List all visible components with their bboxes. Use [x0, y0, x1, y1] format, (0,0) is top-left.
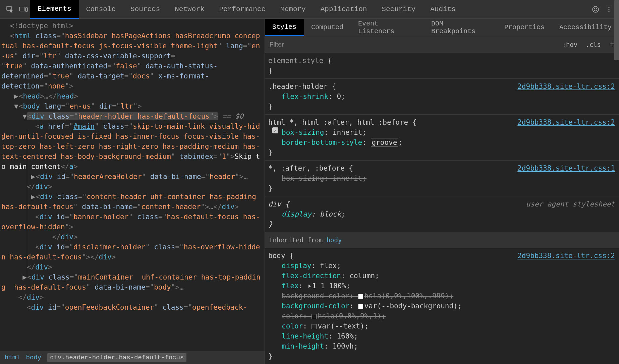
tab-elements[interactable]: Elements [30, 0, 79, 19]
tab-security[interactable]: Security [374, 0, 423, 19]
expand-icon[interactable] [308, 285, 311, 288]
tab-performance[interactable]: Performance [212, 0, 273, 19]
main-toolbar: Elements Console Sources Network Perform… [0, 0, 619, 19]
tab-memory[interactable]: Memory [273, 0, 313, 19]
breadcrumb: html body div.header-holder.has-default-… [0, 351, 265, 364]
rule-html-star[interactable]: 2d9bb338.site-ltr.css:2 html *, html :af… [265, 115, 619, 161]
inspect-icon[interactable] [3, 3, 17, 16]
main-area: … <!doctype html> <html class="hasSideba… [0, 19, 619, 364]
ua-stylesheet-label: user agent stylesheet [526, 199, 615, 209]
svg-point-3 [593, 6, 599, 12]
filter-row: :hov .cls [265, 36, 619, 53]
svg-point-8 [609, 11, 610, 12]
svg-rect-1 [19, 7, 25, 11]
tab-network[interactable]: Network [167, 0, 212, 19]
css-source-link[interactable]: 2d9bb338.site-ltr.css:2 [517, 251, 615, 261]
breadcrumb-html[interactable]: html [5, 354, 20, 361]
css-source-link[interactable]: 2d9bb338.site-ltr.css:2 [517, 81, 615, 92]
subtab-dom-breakpoints[interactable]: DOM Breakpoints [424, 19, 497, 36]
rule-body[interactable]: 2d9bb338.site-ltr.css:2 body { display: … [265, 248, 619, 364]
color-swatch[interactable] [358, 304, 363, 309]
rule-header-holder[interactable]: 2d9bb338.site-ltr.css:2 .header-holder {… [265, 79, 619, 115]
dom-tree[interactable]: … <!doctype html> <html class="hasSideba… [0, 19, 265, 351]
breadcrumb-body[interactable]: body [26, 354, 42, 361]
color-swatch[interactable] [358, 294, 363, 299]
svg-point-7 [609, 9, 610, 10]
more-icon[interactable] [602, 3, 616, 16]
color-swatch[interactable] [312, 324, 317, 329]
cls-button[interactable]: .cls [581, 41, 605, 48]
checkbox-icon[interactable]: ✓ [272, 127, 278, 133]
hov-button[interactable]: :hov [558, 41, 581, 48]
styles-subtabs: Styles Computed Event Listeners DOM Brea… [265, 19, 619, 36]
breadcrumb-selected[interactable]: div.header-holder.has-default-focus [47, 353, 186, 362]
inherit-body-link[interactable]: body [327, 236, 342, 244]
dom-source[interactable]: <!doctype html> <html class="hasSidebar … [1, 21, 263, 312]
subtab-computed[interactable]: Computed [304, 19, 351, 36]
css-source-link[interactable]: 2d9bb338.site-ltr.css:1 [517, 163, 615, 173]
svg-rect-2 [25, 8, 27, 11]
css-source-link[interactable]: 2d9bb338.site-ltr.css:2 [517, 117, 615, 127]
subtab-event-listeners[interactable]: Event Listeners [351, 19, 424, 36]
rule-element-style[interactable]: element.style { } [265, 53, 619, 79]
indent-guide [27, 129, 27, 278]
feedback-icon[interactable] [589, 3, 602, 16]
tab-console[interactable]: Console [79, 0, 123, 19]
rule-star-after-before[interactable]: 2d9bb338.site-ltr.css:1 *, :after, :befo… [265, 161, 619, 196]
elements-panel: … <!doctype html> <html class="hasSideba… [0, 19, 265, 364]
filter-input[interactable] [265, 36, 558, 53]
styles-panel: Styles Computed Event Listeners DOM Brea… [265, 19, 619, 364]
svg-point-4 [594, 8, 595, 9]
tab-audits[interactable]: Audits [423, 0, 463, 19]
inherited-from-header: Inherited from body [265, 232, 619, 248]
subtab-properties[interactable]: Properties [497, 19, 552, 36]
rule-div-ua[interactable]: user agent stylesheet div { display: blo… [265, 196, 619, 232]
color-swatch[interactable] [312, 314, 317, 319]
styles-list[interactable]: element.style { } 2d9bb338.site-ltr.css:… [265, 53, 619, 364]
tab-sources[interactable]: Sources [123, 0, 167, 19]
gutter-ellipsis: … [2, 133, 6, 143]
svg-point-5 [596, 8, 597, 9]
tab-application[interactable]: Application [313, 0, 375, 19]
subtab-styles[interactable]: Styles [265, 19, 304, 36]
device-icon[interactable] [17, 3, 30, 16]
svg-point-6 [609, 7, 610, 8]
subtab-accessibility[interactable]: Accessibility [552, 19, 619, 36]
